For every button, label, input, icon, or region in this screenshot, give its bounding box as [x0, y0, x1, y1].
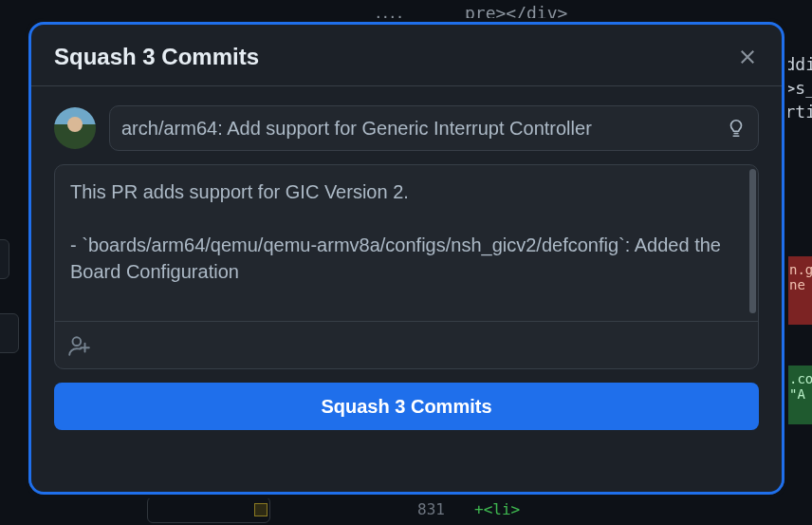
commit-summary-text: arch/arm64: Add support for Generic Inte… — [121, 118, 718, 140]
bg-code-word: ne — [789, 277, 805, 292]
dialog-title: Squash 3 Commits — [54, 44, 259, 70]
bg-code-fragment-right: ddi >s_ rti — [784, 52, 812, 124]
squash-commits-submit-button[interactable]: Squash 3 Commits — [54, 383, 759, 430]
desc-line: This PR adds support for GIC Version 2. — [70, 181, 409, 202]
person-add-icon — [66, 333, 91, 358]
desc-line: - `boards/arm64/qemu/qemu-armv8a/configs… — [70, 234, 721, 282]
bg-code-word: rti — [784, 102, 812, 122]
bg-file-chip — [147, 497, 270, 523]
add-coauthor-button[interactable] — [55, 321, 758, 368]
bg-diff-removed: n.g ne — [787, 256, 812, 325]
commit-description-textarea[interactable]: This PR adds support for GIC Version 2. … — [55, 165, 758, 321]
dialog-body: arch/arm64: Add support for Generic Inte… — [31, 86, 782, 492]
bg-line-number: 831 — [417, 500, 445, 518]
bg-diff-added: .co "A — [787, 366, 812, 424]
squash-commits-dialog: Squash 3 Commits arch/arm64: Add support… — [28, 22, 784, 495]
bg-added-line: +<li> — [474, 500, 520, 518]
bg-code-word: "A — [789, 386, 805, 402]
commit-summary-row: arch/arm64: Add support for Generic Inte… — [54, 105, 759, 151]
bg-code-fragment: pre></div> — [465, 3, 567, 23]
author-avatar[interactable] — [54, 107, 96, 149]
bg-code-word: ddi — [784, 54, 812, 74]
bg-panel-stub: s — [0, 313, 19, 353]
svg-point-0 — [73, 337, 82, 346]
dialog-header: Squash 3 Commits — [31, 25, 782, 86]
bg-code-word: n.g — [789, 262, 812, 277]
commit-description-container: This PR adds support for GIC Version 2. … — [54, 164, 759, 369]
bg-panel-stub — [0, 239, 9, 279]
submit-button-label: Squash 3 Commits — [321, 396, 491, 418]
close-icon — [738, 47, 757, 66]
bg-ellipsis: .... — [376, 1, 404, 23]
close-button[interactable] — [736, 46, 759, 68]
bg-code-word: .co — [789, 371, 812, 386]
lightbulb-icon[interactable] — [726, 118, 747, 139]
commit-summary-input[interactable]: arch/arm64: Add support for Generic Inte… — [109, 105, 759, 151]
bg-code-word: >s_ — [784, 78, 812, 98]
